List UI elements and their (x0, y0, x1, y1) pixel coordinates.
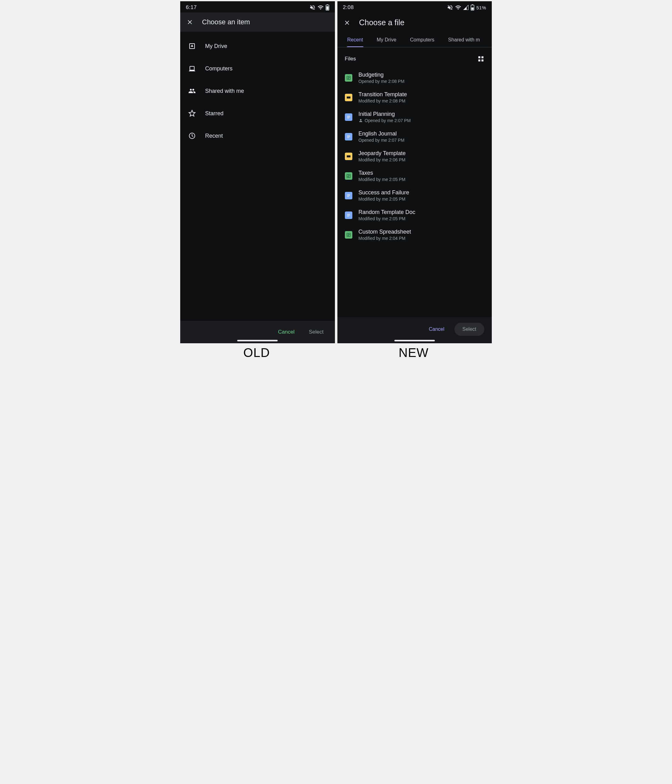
page-title: Choose an item (202, 18, 250, 26)
tabs: Recent My Drive Computers Shared with m (337, 33, 492, 47)
status-icons (309, 5, 329, 11)
status-time: 6:17 (186, 5, 197, 11)
new-screenshot: 2:08 51% Choose a file Recent My Drive C… (337, 1, 492, 343)
nav-item-starred[interactable]: Starred (180, 102, 335, 124)
file-name: Custom Spreadsheet (359, 229, 411, 235)
gesture-bar (394, 340, 435, 341)
svg-rect-18 (347, 137, 349, 138)
file-row[interactable]: TaxesModified by me 2:05 PM (337, 166, 492, 186)
file-text: Transition TemplateModified by me 2:08 P… (359, 91, 407, 103)
svg-rect-25 (347, 215, 350, 215)
cancel-button[interactable]: Cancel (278, 329, 295, 335)
header: Choose an item (180, 12, 335, 32)
slide-file-icon (345, 152, 352, 160)
nav-label: Starred (205, 110, 223, 117)
file-row[interactable]: Random Template DocModified by me 2:05 P… (337, 205, 492, 225)
doc-file-icon (345, 212, 352, 219)
svg-rect-9 (478, 59, 480, 61)
svg-rect-10 (481, 59, 483, 61)
svg-rect-15 (347, 118, 349, 118)
tab-recent[interactable]: Recent (347, 33, 364, 47)
nav-item-recent[interactable]: Recent (180, 124, 335, 147)
file-meta: Opened by me 2:07 PM (359, 138, 405, 143)
file-row[interactable]: Jeopardy TemplateModified by me 2:06 PM (337, 146, 492, 166)
drive-icon (188, 42, 196, 50)
doc-file-icon (345, 133, 352, 140)
laptop-icon (188, 65, 196, 72)
grid-view-icon[interactable] (478, 56, 484, 62)
nav-label: Computers (205, 65, 233, 72)
svg-rect-19 (347, 155, 351, 157)
file-meta: Modified by me 2:08 PM (359, 98, 407, 103)
tab-shared[interactable]: Shared with m (448, 33, 481, 47)
file-row[interactable]: English JournalOpened by me 2:07 PM (337, 127, 492, 146)
battery-icon (326, 5, 329, 11)
battery-icon (470, 5, 474, 11)
old-screenshot: 6:17 Choose an item My Drive Computers S (180, 1, 335, 343)
tab-my-drive[interactable]: My Drive (376, 33, 397, 47)
mute-icon (309, 5, 316, 11)
nav-label: My Drive (205, 43, 227, 50)
file-text: TaxesModified by me 2:05 PM (359, 170, 405, 182)
file-row[interactable]: Transition TemplateModified by me 2:08 P… (337, 87, 492, 107)
clock-icon (188, 132, 196, 140)
file-row[interactable]: Custom SpreadsheetModified by me 2:04 PM (337, 225, 492, 244)
nav-item-computers[interactable]: Computers (180, 57, 335, 80)
nav-item-my-drive[interactable]: My Drive (180, 35, 335, 57)
svg-rect-6 (472, 8, 474, 10)
close-icon[interactable] (344, 19, 351, 26)
old-label: OLD (244, 346, 270, 360)
battery-pct: 51% (476, 5, 486, 10)
page-title: Choose a file (359, 18, 405, 27)
file-text: Success and FailureModified by me 2:05 P… (359, 190, 409, 202)
close-icon[interactable] (186, 19, 193, 26)
mute-icon (447, 5, 453, 11)
comparison-container: 6:17 Choose an item My Drive Computers S (179, 0, 493, 344)
file-meta: Modified by me 2:05 PM (359, 196, 409, 202)
file-text: Random Template DocModified by me 2:05 P… (359, 209, 416, 221)
slide-file-icon (345, 94, 352, 101)
file-name: Budgeting (359, 72, 405, 78)
comparison-labels: OLD NEW (179, 344, 493, 361)
footer: Cancel Select (337, 317, 492, 343)
shared-icon (359, 118, 363, 123)
file-name: Transition Template (359, 91, 407, 98)
file-row[interactable]: BudgetingOpened by me 2:08 PM (337, 68, 492, 87)
svg-rect-2 (326, 6, 328, 10)
status-icons: 51% (447, 5, 486, 11)
svg-rect-5 (472, 5, 473, 5)
file-name: English Journal (359, 131, 405, 137)
file-meta: Modified by me 2:05 PM (359, 216, 416, 221)
file-text: English JournalOpened by me 2:07 PM (359, 131, 405, 143)
wifi-icon (455, 5, 461, 11)
file-name: Taxes (359, 170, 405, 176)
svg-rect-26 (347, 216, 349, 216)
file-row[interactable]: Success and FailureModified by me 2:05 P… (337, 186, 492, 205)
svg-rect-16 (347, 135, 350, 136)
select-button[interactable]: Select (309, 329, 323, 335)
header: Choose a file (337, 12, 492, 33)
file-name: Initial Planning (359, 111, 411, 117)
svg-rect-21 (347, 194, 350, 195)
tab-computers[interactable]: Computers (409, 33, 435, 47)
signal-icon (463, 5, 469, 10)
file-row[interactable]: Initial PlanningOpened by me 2:07 PM (337, 107, 492, 127)
star-icon (188, 110, 196, 117)
svg-rect-8 (481, 56, 483, 58)
files-label: Files (345, 56, 356, 62)
select-button[interactable]: Select (455, 323, 484, 336)
svg-rect-22 (347, 195, 350, 196)
file-meta: Opened by me 2:08 PM (359, 79, 405, 84)
file-text: BudgetingOpened by me 2:08 PM (359, 72, 405, 84)
cancel-button[interactable]: Cancel (425, 323, 449, 335)
nav-label: Shared with me (205, 88, 244, 94)
file-list: BudgetingOpened by me 2:08 PMTransition … (337, 68, 492, 244)
file-meta: Modified by me 2:04 PM (359, 236, 411, 241)
status-bar: 2:08 51% (337, 1, 492, 12)
new-label: NEW (399, 346, 428, 360)
svg-rect-7 (478, 56, 480, 58)
status-bar: 6:17 (180, 1, 335, 12)
file-meta: Modified by me 2:05 PM (359, 177, 405, 182)
nav-item-shared[interactable]: Shared with me (180, 80, 335, 102)
file-text: Jeopardy TemplateModified by me 2:06 PM (359, 150, 406, 162)
